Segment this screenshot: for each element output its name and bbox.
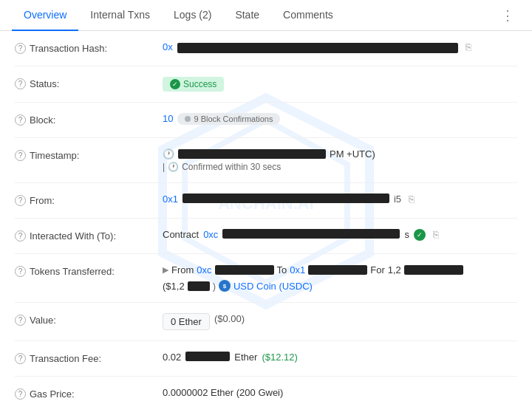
copy-interacted-icon[interactable]: ⎘ — [433, 229, 439, 240]
transaction-hash-value-col: 0x ⎘ — [163, 41, 517, 53]
token-amount: 1,2 — [388, 264, 401, 275]
value-eth: 0 Ether — [171, 316, 202, 327]
status-label-col: ? Status: — [15, 77, 163, 89]
value-help-icon[interactable]: ? — [15, 315, 26, 326]
block-confirmations-pill: 9 Block Confirmations — [177, 113, 280, 125]
token-for-label: For — [370, 264, 385, 275]
redacted-token-amount — [404, 265, 463, 275]
tab-overview[interactable]: Overview — [12, 0, 78, 31]
tab-comments[interactable]: Comments — [271, 0, 345, 31]
from-suffix: i5 — [394, 194, 401, 205]
value-usd: ($0.00) — [214, 313, 245, 324]
transaction-hash-label-col: ? Transaction Hash: — [15, 41, 163, 54]
value-eth-box: 0 Ether — [163, 313, 210, 330]
from-label-col: ? From: — [15, 194, 163, 206]
clock-small-icon: 🕐 — [168, 162, 179, 172]
token-transfer-line: ▶ From 0xc To 0x1 For 1,2 — [163, 264, 463, 275]
token-from-label: From — [171, 264, 194, 275]
value-label-col: ? Value: — [15, 313, 163, 326]
interacted-label: Interacted With (To): — [30, 230, 116, 242]
token-usd-value: ($1,2 — [163, 281, 185, 292]
copy-hash-icon[interactable]: ⎘ — [466, 41, 471, 52]
redacted-token-usd — [188, 281, 210, 291]
tab-logs[interactable]: Logs (2) — [162, 0, 223, 31]
interacted-help-icon[interactable]: ? — [15, 230, 26, 242]
block-help-icon[interactable]: ? — [15, 114, 26, 126]
overview-content: ? Transaction Hash: 0x ⎘ ? Status: ✓ Suc… — [0, 31, 532, 404]
fee-label: Transaction Fee: — [30, 353, 101, 364]
more-options-button[interactable]: ⋮ — [495, 1, 520, 30]
gas-value: 0.0000002 Ether (200 Gwei) — [163, 387, 283, 398]
block-row: ? Block: 10 9 Block Confirmations — [15, 103, 517, 138]
timestamp-label-col: ? Timestamp: — [15, 148, 163, 161]
token-to-label: To — [277, 264, 287, 275]
tab-bar: Overview Internal Txns Logs (2) State Co… — [0, 0, 532, 31]
block-label-col: ? Block: — [15, 113, 163, 126]
copy-from-icon[interactable]: ⎘ — [409, 194, 415, 205]
transaction-hash-row: ? Transaction Hash: 0x ⎘ — [15, 31, 517, 66]
transaction-hash-label: Transaction Hash: — [30, 43, 107, 54]
fee-value-col: 0.02 Ether ($12.12) — [163, 352, 517, 363]
token-transfer-details: ▶ From 0xc To 0x1 For 1,2 ($1,2 — [163, 264, 463, 292]
timestamp-row: ? Timestamp: 🕐 PM +UTC) | 🕐 Confirmed wi… — [15, 138, 517, 183]
fee-usd: ($12.12) — [262, 352, 297, 363]
fee-row: ? Transaction Fee: 0.02 Ether ($12.12) — [15, 341, 517, 377]
token-from-address[interactable]: 0xc — [197, 264, 211, 275]
from-label: From: — [30, 195, 55, 206]
gas-help-icon[interactable]: ? — [15, 388, 26, 400]
status-row: ? Status: ✓ Success — [15, 66, 517, 103]
status-label: Status: — [30, 78, 59, 89]
tokens-row: ? Tokens Transferred: ▶ From 0xc To 0x1 … — [15, 254, 517, 303]
from-value-col: 0x1 i5 ⎘ — [163, 194, 517, 205]
redacted-hash — [177, 43, 458, 53]
confirm-dot-icon — [185, 116, 191, 122]
transaction-hash-value[interactable]: 0x — [163, 41, 173, 52]
arrow-icon: ▶ — [163, 265, 168, 275]
timestamp-help-icon[interactable]: ? — [15, 150, 26, 161]
interacted-label-col: ? Interacted With (To): — [15, 229, 163, 242]
value-label: Value: — [30, 315, 56, 326]
gas-label: Gas Price: — [30, 388, 75, 400]
timestamp-details: 🕐 PM +UTC) | 🕐 Confirmed within 30 secs — [163, 148, 375, 172]
check-icon: ✓ — [170, 79, 180, 89]
status-text: Success — [183, 79, 216, 89]
redacted-fee — [185, 352, 230, 361]
block-number[interactable]: 10 — [163, 113, 173, 124]
status-value-col: ✓ Success — [163, 77, 517, 92]
status-help-icon[interactable]: ? — [15, 78, 26, 89]
status-badge: ✓ Success — [163, 77, 224, 92]
timestamp-value: PM +UTC) — [330, 148, 375, 160]
tab-state[interactable]: State — [223, 0, 271, 31]
gas-row: ? Gas Price: 0.0000002 Ether (200 Gwei) — [15, 377, 517, 404]
from-help-icon[interactable]: ? — [15, 195, 26, 206]
tokens-label: Tokens Transferred: — [30, 266, 115, 277]
from-address[interactable]: 0x1 — [163, 194, 178, 205]
interacted-suffix: s — [404, 229, 409, 240]
gas-label-col: ? Gas Price: — [15, 387, 163, 400]
fee-eth: 0.02 — [163, 352, 181, 363]
token-name[interactable]: USD Coin (USDC) — [233, 281, 313, 292]
usdc-icon: $ — [219, 280, 231, 292]
confirmed-line: | 🕐 Confirmed within 30 secs — [163, 162, 375, 172]
redacted-interacted — [222, 229, 400, 239]
confirmed-within-text: Confirmed within 30 secs — [182, 162, 281, 172]
fee-eth-suffix: Ether — [234, 352, 257, 363]
block-label: Block: — [30, 114, 55, 126]
fee-label-col: ? Transaction Fee: — [15, 352, 163, 364]
interacted-prefix: Contract — [163, 229, 199, 240]
verified-icon: ✓ — [414, 229, 426, 241]
redacted-token-to — [308, 265, 367, 275]
clock-icon: 🕐 — [163, 148, 174, 160]
tokens-label-col: ? Tokens Transferred: — [15, 264, 163, 277]
from-row: ? From: 0x1 i5 ⎘ — [15, 183, 517, 219]
interacted-address[interactable]: 0xc — [203, 229, 218, 240]
tab-internal-txns[interactable]: Internal Txns — [78, 0, 162, 31]
interacted-value-col: Contract 0xc s ✓ ⎘ — [163, 229, 517, 241]
token-to-address[interactable]: 0x1 — [290, 264, 305, 275]
value-value-col: 0 Ether ($0.00) — [163, 313, 517, 330]
timestamp-value-col: 🕐 PM +UTC) | 🕐 Confirmed within 30 secs — [163, 148, 517, 172]
interacted-row: ? Interacted With (To): Contract 0xc s ✓… — [15, 219, 517, 254]
transaction-hash-help-icon[interactable]: ? — [15, 43, 26, 54]
fee-help-icon[interactable]: ? — [15, 353, 26, 364]
tokens-help-icon[interactable]: ? — [15, 266, 26, 277]
